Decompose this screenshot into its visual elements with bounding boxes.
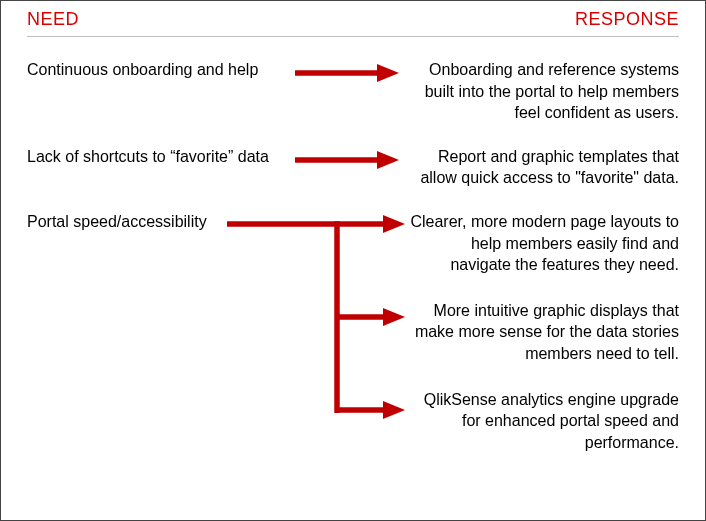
svg-marker-3 bbox=[377, 151, 399, 169]
response-text-3c: QlikSense analytics engine upgrade for e… bbox=[407, 389, 679, 454]
need-text-1: Continuous onboarding and help bbox=[27, 59, 287, 81]
response-text-2: Report and graphic templates that allow … bbox=[407, 146, 679, 189]
need-text-2: Lack of shortcuts to “favorite” data bbox=[27, 146, 287, 168]
svg-marker-11 bbox=[383, 401, 405, 419]
svg-marker-7 bbox=[383, 215, 405, 233]
need-text-3: Portal speed/accessibility bbox=[27, 211, 227, 233]
arrow-right-icon bbox=[295, 64, 399, 82]
arrow-2 bbox=[287, 146, 407, 169]
need-response-diagram: NEED RESPONSE Continuous onboarding and … bbox=[0, 0, 706, 521]
branch-arrow-icon bbox=[227, 215, 407, 440]
arrow-right-icon bbox=[295, 151, 399, 169]
branch-arrows bbox=[227, 211, 407, 440]
response-header-label: RESPONSE bbox=[575, 9, 679, 30]
header-row: NEED RESPONSE bbox=[27, 9, 679, 30]
response-text-3b: More intuitive graphic displays that mak… bbox=[407, 300, 679, 365]
header-divider bbox=[27, 36, 679, 37]
svg-marker-1 bbox=[377, 64, 399, 82]
response-text-1: Onboarding and reference systems built i… bbox=[407, 59, 679, 124]
response-text-3a: Clearer, more modern page layouts to hel… bbox=[407, 211, 679, 276]
mapping-row-2: Lack of shortcuts to “favorite” data Rep… bbox=[27, 146, 679, 189]
mapping-row-3: Portal speed/accessibility Clearer, more… bbox=[27, 211, 679, 453]
need-header-label: NEED bbox=[27, 9, 79, 30]
arrow-1 bbox=[287, 59, 407, 82]
svg-marker-9 bbox=[383, 308, 405, 326]
mapping-row-1: Continuous onboarding and help Onboardin… bbox=[27, 59, 679, 124]
response-list-3: Clearer, more modern page layouts to hel… bbox=[407, 211, 679, 453]
